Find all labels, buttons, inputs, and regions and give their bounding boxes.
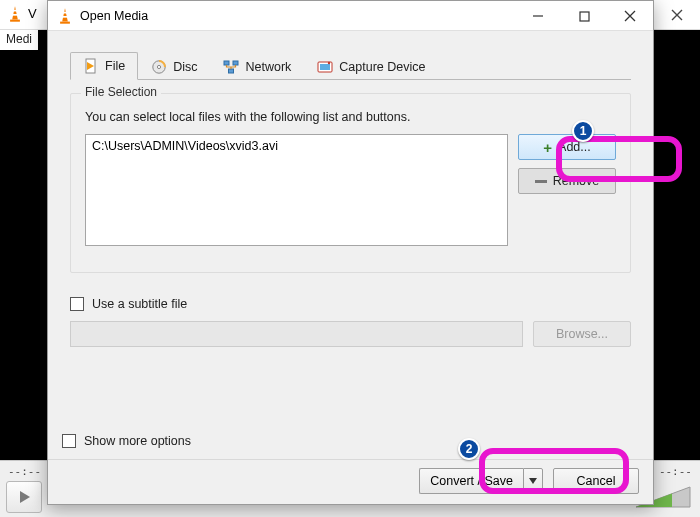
close-button[interactable] <box>607 1 653 31</box>
tab-file-label: File <box>105 59 125 73</box>
svg-rect-21 <box>320 64 330 70</box>
tab-disc[interactable]: Disc <box>138 52 210 80</box>
convert-save-button[interactable]: Convert / Save <box>419 468 523 494</box>
bg-play-button[interactable] <box>6 481 42 513</box>
svg-rect-12 <box>580 12 589 21</box>
show-more-options-row[interactable]: Show more options <box>62 434 191 448</box>
svg-marker-4 <box>20 491 30 503</box>
browse-button: Browse... <box>533 321 631 347</box>
open-media-dialog: Open Media File <box>47 0 654 505</box>
vlc-cone-icon <box>58 7 72 25</box>
convert-save-dropdown[interactable] <box>523 468 543 494</box>
svg-marker-0 <box>12 6 18 19</box>
browse-button-label: Browse... <box>556 327 608 341</box>
tab-strip: File Disc Network Capture Device <box>70 51 631 79</box>
bg-time-right: --:-- <box>659 465 692 478</box>
svg-rect-17 <box>224 61 229 65</box>
tab-network-label: Network <box>245 60 291 74</box>
svg-point-16 <box>158 65 161 68</box>
add-button-label: Add... <box>558 140 591 154</box>
remove-button[interactable]: Remove <box>518 168 616 194</box>
svg-point-22 <box>328 61 330 63</box>
capture-icon <box>317 59 333 75</box>
chevron-down-icon <box>529 478 537 484</box>
plus-icon: + <box>543 140 552 155</box>
bg-title-fragment: V <box>28 6 37 21</box>
show-more-label: Show more options <box>84 434 191 448</box>
dialog-title: Open Media <box>80 9 148 23</box>
tab-file[interactable]: File <box>70 52 138 80</box>
bg-menu-fragment: Medi <box>0 30 38 50</box>
file-selection-label: File Selection <box>81 85 161 99</box>
show-more-checkbox[interactable] <box>62 434 76 448</box>
cancel-button[interactable]: Cancel <box>553 468 639 494</box>
convert-save-split-button[interactable]: Convert / Save <box>419 468 543 494</box>
subtitle-section: Use a subtitle file Browse... <box>70 297 631 347</box>
svg-marker-7 <box>62 8 68 21</box>
svg-marker-23 <box>529 478 537 484</box>
svg-rect-18 <box>233 61 238 65</box>
bg-close-button[interactable] <box>654 0 700 30</box>
file-list-item[interactable]: C:\Users\ADMIN\Videos\xvid3.avi <box>92 139 501 153</box>
subtitle-checkbox-row[interactable]: Use a subtitle file <box>70 297 631 311</box>
network-icon <box>223 59 239 75</box>
bg-time-left: --:-- <box>8 465 41 478</box>
svg-rect-19 <box>229 69 234 73</box>
svg-rect-8 <box>63 11 68 13</box>
convert-save-label: Convert / Save <box>430 474 513 488</box>
tab-network[interactable]: Network <box>210 52 304 80</box>
svg-rect-1 <box>13 10 18 12</box>
tab-capture[interactable]: Capture Device <box>304 52 438 80</box>
file-list[interactable]: C:\Users\ADMIN\Videos\xvid3.avi <box>85 134 508 246</box>
svg-rect-3 <box>10 20 20 22</box>
file-selection-group: File Selection You can select local file… <box>70 93 631 273</box>
cancel-button-label: Cancel <box>577 474 616 488</box>
svg-rect-10 <box>60 21 70 23</box>
tab-disc-label: Disc <box>173 60 197 74</box>
file-selection-hint: You can select local files with the foll… <box>85 110 616 124</box>
vlc-cone-icon <box>8 5 22 23</box>
footer-separator <box>48 459 653 460</box>
subtitle-checkbox[interactable] <box>70 297 84 311</box>
disc-icon <box>151 59 167 75</box>
maximize-button[interactable] <box>561 1 607 31</box>
dialog-footer: Convert / Save Cancel <box>419 468 639 494</box>
minus-icon <box>535 180 547 183</box>
remove-button-label: Remove <box>553 174 600 188</box>
add-button[interactable]: + Add... <box>518 134 616 160</box>
svg-rect-9 <box>62 16 68 18</box>
dialog-titlebar[interactable]: Open Media <box>48 1 653 31</box>
subtitle-checkbox-label: Use a subtitle file <box>92 297 187 311</box>
minimize-button[interactable] <box>515 1 561 31</box>
tab-capture-label: Capture Device <box>339 60 425 74</box>
subtitle-path-input <box>70 321 523 347</box>
file-icon <box>83 58 99 74</box>
svg-rect-2 <box>12 14 18 16</box>
